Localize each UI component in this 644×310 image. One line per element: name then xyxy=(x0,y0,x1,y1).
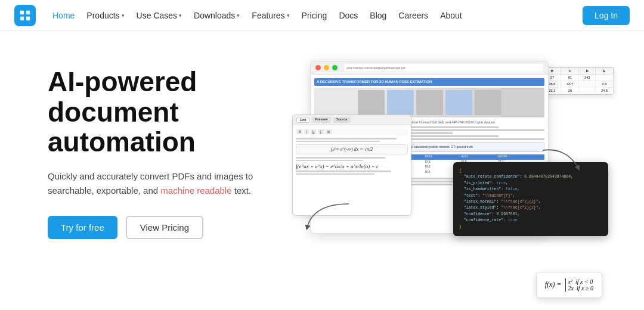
toolbar-btn-u[interactable]: U xyxy=(311,129,317,134)
panel-text-line-6 xyxy=(296,173,374,175)
nav-products[interactable]: Products ▾ xyxy=(82,8,129,23)
code-line-9: "confidence_rate": true xyxy=(459,218,602,224)
hero-images: ABCDE 2D Inputs92781243 CPM40.948.843.72… xyxy=(298,61,596,310)
panel-tab-edit[interactable]: Edit xyxy=(296,117,309,123)
panel-text-line-5 xyxy=(296,170,391,172)
nav-careers[interactable]: Careers xyxy=(394,8,433,23)
hero-subtitle: Quickly and accurately convert PDFs and … xyxy=(48,169,268,198)
maximize-dot xyxy=(332,65,338,70)
close-dot xyxy=(315,65,321,70)
code-line-7: "latex_styled": "\\frac{x^2}{2}", xyxy=(459,205,602,211)
svg-rect-1 xyxy=(26,10,30,14)
code-line-2: "auto_rotate_confidence": 0.884849782943… xyxy=(459,174,602,180)
figure-3 xyxy=(416,90,443,115)
panel-toolbar: B I U ∑ ⊞ xyxy=(296,128,408,135)
panel-body: B I U ∑ ⊞ ∫₀^∞ e^(-x²) dx = √π/2 ∫(e^ax … xyxy=(293,125,411,179)
chevron-down-icon: ▾ xyxy=(287,13,290,18)
math-formula-card: f(x) = x² if x < 0 2x if x ≥ 0 xyxy=(536,272,602,298)
chevron-down-icon: ▾ xyxy=(237,13,240,18)
code-line-8: "confidence": 0.9987501, xyxy=(459,212,602,218)
panel-equation: ∫₀^∞ e^(-x²) dx = √π/2 xyxy=(296,144,408,154)
navigation: Home Products ▾ Use Cases ▾ Downloads ▾ … xyxy=(0,0,644,31)
hero-text: AI-powered document automation Quickly a… xyxy=(48,61,298,239)
panel-text-line-3 xyxy=(296,157,385,159)
code-line-6: "latex_normal": "\\frac{x^2}{2}", xyxy=(459,199,602,205)
panel-tab-source[interactable]: Source xyxy=(333,117,351,123)
svg-rect-0 xyxy=(20,10,24,14)
nav-home[interactable]: Home xyxy=(48,8,79,23)
nav-use-cases[interactable]: Use Cases ▾ xyxy=(132,8,187,23)
panel-text-line-1 xyxy=(296,138,397,140)
nav-docs[interactable]: Docs xyxy=(334,8,363,23)
nav-downloads[interactable]: Downloads ▾ xyxy=(189,8,244,23)
hero-buttons: Try for free View Pricing xyxy=(48,216,298,239)
chevron-down-icon: ▾ xyxy=(179,13,182,18)
figure-1 xyxy=(358,90,385,115)
doc-figures xyxy=(314,88,544,117)
code-line-1: { xyxy=(459,168,602,174)
figure-5 xyxy=(475,90,501,115)
code-line-5: "text": "\\mathbf{f}", xyxy=(459,193,602,199)
nav-features[interactable]: Features ▾ xyxy=(247,8,294,23)
figure-2 xyxy=(387,90,414,115)
view-pricing-button[interactable]: View Pricing xyxy=(126,216,203,239)
nav-pricing[interactable]: Pricing xyxy=(297,8,332,23)
figure-4 xyxy=(445,90,472,115)
toolbar-btn-i[interactable]: I xyxy=(304,129,308,134)
doc-section-header: A RECURSIVE TRANSFORMER FOR 2D HUMAN POS… xyxy=(314,78,544,86)
nav-blog[interactable]: Blog xyxy=(365,8,391,23)
panel-formula-display: ∫(e^ax + a^x) = e^ax/a + a^x/ln(a) + c xyxy=(296,163,408,169)
code-line-3: "is_printed": true, xyxy=(459,181,602,187)
panel-text-line-4 xyxy=(296,160,363,162)
svg-rect-2 xyxy=(20,16,24,20)
nav-links: Home Products ▾ Use Cases ▾ Downloads ▾ … xyxy=(48,8,583,23)
toolbar-btn-image[interactable]: ⊞ xyxy=(326,129,332,134)
toolbar-btn-b[interactable]: B xyxy=(297,129,302,134)
code-line-10: } xyxy=(459,224,602,230)
try-free-button[interactable]: Try for free xyxy=(48,216,117,239)
hero-title: AI-powered document automation xyxy=(48,67,298,157)
hero-section: AI-powered document automation Quickly a… xyxy=(0,31,644,310)
panel-header: Edit Preview Source xyxy=(293,115,411,125)
panel-text-line-2 xyxy=(296,141,380,142)
panel-tab-preview[interactable]: Preview xyxy=(312,117,330,123)
nav-about[interactable]: About xyxy=(435,8,467,23)
address-bar[interactable]: snip.mathpix.com/examples/pdf/example.pd… xyxy=(344,64,543,72)
login-button[interactable]: Log In xyxy=(583,6,630,25)
doc-titlebar: snip.mathpix.com/examples/pdf/example.pd… xyxy=(311,61,548,75)
chevron-down-icon: ▾ xyxy=(122,13,125,18)
code-line-4: "is_handwritten": false, xyxy=(459,187,602,193)
math-formula-display: f(x) = x² if x < 0 2x if x ≥ 0 xyxy=(545,278,593,292)
toolbar-btn-formula[interactable]: ∑ xyxy=(318,129,324,134)
json-output: { "auto_rotate_confidence": 0.8848497829… xyxy=(453,162,608,236)
svg-rect-3 xyxy=(26,16,30,20)
formula-panel: Edit Preview Source B I U ∑ ⊞ ∫₀^∞ e^(-x… xyxy=(292,114,411,216)
minimize-dot xyxy=(324,65,329,70)
logo[interactable] xyxy=(14,5,36,26)
